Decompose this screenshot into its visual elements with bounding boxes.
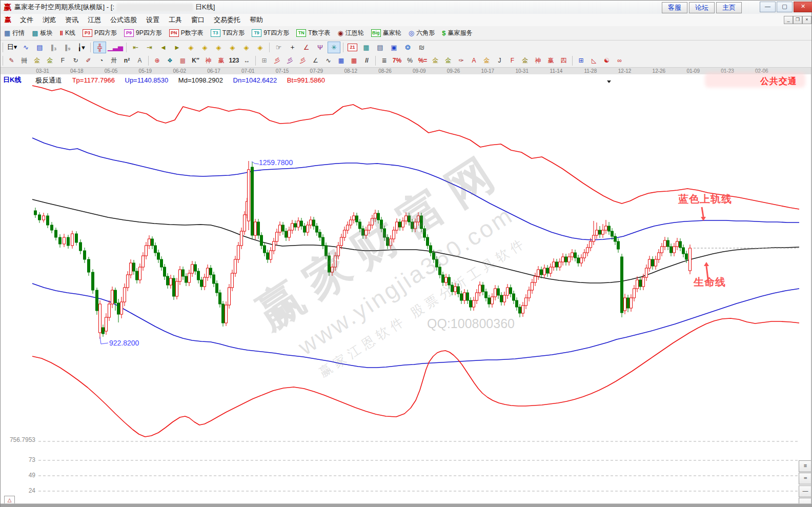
child-minimize-button[interactable]: _ [784,16,793,24]
minimize-button[interactable]: — [760,2,776,12]
calculator-icon[interactable]: ▦ [360,42,373,53]
winner-wheel-button[interactable]: Big赢家轮 [371,29,401,37]
k-mark-icon[interactable]: K″ [190,55,201,66]
fan-box-icon[interactable]: 彡 [284,55,296,66]
menu-浏览[interactable]: 浏览 [38,14,60,26]
skip-last-icon[interactable]: ⇥ [143,42,156,53]
gold-angle-icon[interactable]: 金 [481,55,493,66]
si-ray-icon[interactable]: 四 [558,55,570,66]
draw-compass-icon[interactable]: ✎ [6,55,17,66]
quotes-button[interactable]: ▦行情 [4,29,25,37]
ying-ray-icon[interactable]: 赢 [545,55,557,66]
brush-tool-icon[interactable]: ✑ [455,55,467,66]
percent-retrace-icon[interactable]: 7% [391,55,403,66]
chart-tool-icon[interactable]: ◺ [588,55,600,66]
scale-1-button[interactable]: — [799,485,812,497]
pattern-red-icon[interactable]: ╬ [93,42,106,53]
diamond-h-expand-icon[interactable]: ◈ [212,42,225,53]
menu-交易委托[interactable]: 交易委托 [209,14,245,26]
circle-cross-icon[interactable]: ⊕ [151,55,163,66]
gold-section-circle-icon[interactable]: 金 [430,55,441,66]
hexagon-button[interactable]: ◎六角形 [409,29,435,37]
hand-tool-icon[interactable]: ☞ [272,42,285,53]
wave-tool-icon[interactable]: ∿ [322,55,334,66]
volume-histogram-icon[interactable]: ▁▃▅ [107,42,124,53]
f-angle-icon[interactable]: F [506,55,518,66]
rocket-pencil-icon[interactable]: ✐ [83,55,94,66]
n2-ruler-icon[interactable]: n² [121,55,133,66]
diamond-v-expand-icon[interactable]: ◈ [240,42,253,53]
grid-blue-icon[interactable]: ▦ [335,55,347,66]
menu-资讯[interactable]: 资讯 [60,14,83,26]
crosshair-tool-icon[interactable]: ＋ [286,42,299,53]
candle-style-dropdown[interactable]: ╽▾ [75,42,88,53]
prev-bar-icon[interactable]: ◄ [157,42,170,53]
remote-terminal-icon[interactable]: ₪ [415,42,428,53]
ying-gauge-icon[interactable]: 赢 [215,55,227,66]
web-square-icon[interactable]: ▩ [177,55,189,66]
diamond-h-shrink-icon[interactable]: ◈ [226,42,239,53]
gann-fan-icon[interactable]: 彡 [271,55,283,66]
zigzag-pattern-icon[interactable]: ∿ [19,42,32,53]
gold-ray-icon[interactable]: 金 [519,55,531,66]
spider-web-tool-icon[interactable]: ✳ [328,42,340,53]
child-restore-button[interactable]: ❐ [793,16,802,24]
bars-3-icon[interactable]: ∥₃ [47,42,60,53]
star-web-icon[interactable]: ❖ [164,55,176,66]
diamond-left-icon[interactable]: ◈ [185,42,197,53]
menu-帮助[interactable]: 帮助 [245,14,268,26]
width-arrows-icon[interactable]: ↔ [241,55,253,66]
shen-gauge-icon[interactable]: 神 [202,55,214,66]
gold-gauge-1-icon[interactable]: 金 [31,55,43,66]
skip-first-icon[interactable]: ⇤ [129,42,142,53]
scale-tool-icon[interactable]: ≣ [378,55,390,66]
fan-grid-icon[interactable]: 彡 [297,55,309,66]
parallel-lines-icon[interactable]: // [361,55,373,66]
ruler-ticks-icon[interactable]: 卅 [108,55,120,66]
next-bar-icon[interactable]: ► [171,42,184,53]
p-square-button[interactable]: P3P四方形 [83,29,117,37]
menu-工具[interactable]: 工具 [164,14,187,26]
ab-wave-icon[interactable]: A [468,55,480,66]
scale-2-button[interactable]: ＝ [799,473,812,484]
grid-color-icon[interactable]: ⊞ [575,55,587,66]
kline-chart-canvas[interactable] [1,74,812,504]
menu-文件[interactable]: 文件 [15,14,38,26]
percent-icon[interactable]: % [404,55,416,66]
percent-lines-icon[interactable]: %= [417,55,429,66]
maximize-button[interactable]: ▢ [777,2,793,12]
clock-cycle-icon[interactable]: ◔ [95,55,107,66]
sectors-button[interactable]: ▩板块 [32,29,52,37]
close-button[interactable]: ✕ [794,2,812,12]
menu-设置[interactable]: 设置 [141,14,164,26]
angle-measure-icon[interactable]: ∠ [300,42,313,53]
angle-ray-icon[interactable]: ∠ [310,55,321,66]
chart-area[interactable]: 赢家财富网 www.yingjia360.com 赢家江恩软件 股票分析工具软件… [1,74,812,504]
f-gauge-icon[interactable]: F [57,55,69,66]
export-disk-icon[interactable]: ❂ [401,42,414,53]
t-square-button[interactable]: T3T四方形 [211,29,245,37]
calendar-icon[interactable]: 21 [346,42,359,53]
winner-service-button[interactable]: $赢家服务 [442,29,472,37]
j-angle-icon[interactable]: J [494,55,505,66]
9p-square-button[interactable]: P99P四方形 [124,29,162,37]
ruler-123-icon[interactable]: 123 [228,55,240,66]
bars-9-icon[interactable]: ∥₉ [61,42,74,53]
menu-窗口[interactable]: 窗口 [187,14,209,26]
frame-tool-icon[interactable]: ⊞ [258,55,270,66]
homepage-button[interactable]: 主页 [716,2,742,13]
scale-3-button[interactable]: ≡ [799,460,812,472]
ruler-grid-icon[interactable]: 卌 [18,55,30,66]
gold-section-line-icon[interactable]: 金 [442,55,454,66]
grid-red-icon[interactable]: ▦ [348,55,360,66]
child-close-button[interactable]: × [802,16,811,24]
yinyang-icon[interactable]: ☯ [601,55,613,66]
menu-公式选股[interactable]: 公式选股 [106,14,141,26]
diamond-v-shrink-icon[interactable]: ◈ [254,42,267,53]
p-table-button[interactable]: PNP数字表 [169,29,204,37]
bottom-scroll-strip[interactable] [1,503,811,507]
shen-ray-icon[interactable]: 神 [532,55,544,66]
notes-icon[interactable]: ▤ [374,42,387,53]
info-doc-icon[interactable]: ▤ [33,42,46,53]
mirror-tool-icon[interactable]: A [134,55,146,66]
